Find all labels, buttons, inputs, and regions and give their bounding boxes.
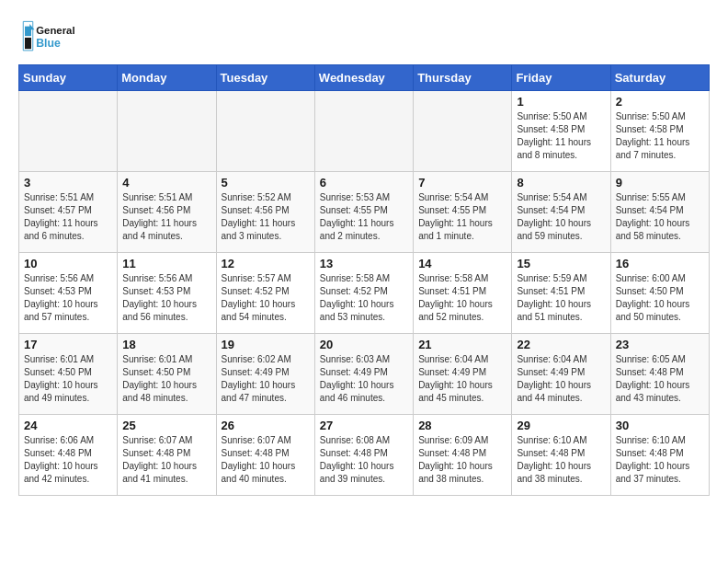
cell-content: Sunrise: 5:59 AM Sunset: 4:51 PM Dayligh… bbox=[517, 272, 605, 324]
cell-content: Sunrise: 6:10 AM Sunset: 4:48 PM Dayligh… bbox=[517, 434, 605, 486]
calendar-cell: 28Sunrise: 6:09 AM Sunset: 4:48 PM Dayli… bbox=[414, 415, 512, 496]
day-number: 8 bbox=[517, 176, 605, 190]
calendar-cell: 1Sunrise: 5:50 AM Sunset: 4:58 PM Daylig… bbox=[512, 91, 610, 172]
cell-content: Sunrise: 5:54 AM Sunset: 4:55 PM Dayligh… bbox=[418, 191, 506, 243]
calendar-week-row: 24Sunrise: 6:06 AM Sunset: 4:48 PM Dayli… bbox=[19, 415, 710, 496]
calendar-week-row: 3Sunrise: 5:51 AM Sunset: 4:57 PM Daylig… bbox=[19, 172, 710, 253]
calendar-cell: 27Sunrise: 6:08 AM Sunset: 4:48 PM Dayli… bbox=[314, 415, 413, 496]
cell-content: Sunrise: 5:51 AM Sunset: 4:57 PM Dayligh… bbox=[24, 191, 112, 243]
calendar-cell: 9Sunrise: 5:55 AM Sunset: 4:54 PM Daylig… bbox=[610, 172, 709, 253]
day-number: 13 bbox=[320, 257, 408, 270]
day-number: 20 bbox=[320, 338, 408, 351]
cell-content: Sunrise: 5:58 AM Sunset: 4:51 PM Dayligh… bbox=[418, 272, 506, 324]
cell-content: Sunrise: 6:04 AM Sunset: 4:49 PM Dayligh… bbox=[418, 353, 506, 405]
logo: General Blue bbox=[18, 18, 83, 55]
day-number: 22 bbox=[517, 338, 605, 351]
calendar-cell bbox=[414, 91, 512, 172]
day-number: 3 bbox=[24, 176, 112, 190]
cell-content: Sunrise: 5:51 AM Sunset: 4:56 PM Dayligh… bbox=[122, 191, 210, 243]
cell-content: Sunrise: 6:08 AM Sunset: 4:48 PM Dayligh… bbox=[320, 434, 408, 486]
calendar-cell bbox=[216, 91, 314, 172]
day-number: 4 bbox=[122, 176, 210, 190]
calendar-cell bbox=[118, 91, 216, 172]
logo-svg: General Blue bbox=[18, 18, 83, 55]
svg-text:General: General bbox=[36, 25, 74, 36]
calendar-cell: 12Sunrise: 5:57 AM Sunset: 4:52 PM Dayli… bbox=[216, 253, 314, 334]
day-number: 21 bbox=[418, 338, 506, 351]
day-number: 1 bbox=[517, 95, 605, 109]
calendar-header-saturday: Saturday bbox=[610, 65, 709, 91]
calendar-cell: 11Sunrise: 5:56 AM Sunset: 4:53 PM Dayli… bbox=[118, 253, 216, 334]
calendar-week-row: 17Sunrise: 6:01 AM Sunset: 4:50 PM Dayli… bbox=[19, 334, 710, 415]
calendar-header-sunday: Sunday bbox=[19, 65, 118, 91]
cell-content: Sunrise: 5:52 AM Sunset: 4:56 PM Dayligh… bbox=[222, 191, 310, 243]
day-number: 12 bbox=[222, 257, 310, 270]
calendar-week-row: 1Sunrise: 5:50 AM Sunset: 4:58 PM Daylig… bbox=[19, 91, 710, 172]
calendar-cell: 2Sunrise: 5:50 AM Sunset: 4:58 PM Daylig… bbox=[610, 91, 709, 172]
calendar-cell bbox=[19, 91, 118, 172]
cell-content: Sunrise: 6:04 AM Sunset: 4:49 PM Dayligh… bbox=[517, 353, 605, 405]
cell-content: Sunrise: 6:01 AM Sunset: 4:50 PM Dayligh… bbox=[122, 353, 210, 405]
day-number: 6 bbox=[320, 176, 408, 190]
calendar-cell: 8Sunrise: 5:54 AM Sunset: 4:54 PM Daylig… bbox=[512, 172, 610, 253]
calendar-header-monday: Monday bbox=[118, 65, 216, 91]
calendar-cell: 19Sunrise: 6:02 AM Sunset: 4:49 PM Dayli… bbox=[216, 334, 314, 415]
svg-marker-5 bbox=[29, 24, 34, 29]
calendar-table: SundayMondayTuesdayWednesdayThursdayFrid… bbox=[18, 64, 710, 496]
calendar-week-row: 10Sunrise: 5:56 AM Sunset: 4:53 PM Dayli… bbox=[19, 253, 710, 334]
cell-content: Sunrise: 6:03 AM Sunset: 4:49 PM Dayligh… bbox=[320, 353, 408, 405]
svg-marker-4 bbox=[25, 38, 31, 49]
calendar-cell: 29Sunrise: 6:10 AM Sunset: 4:48 PM Dayli… bbox=[512, 415, 610, 496]
calendar-cell: 24Sunrise: 6:06 AM Sunset: 4:48 PM Dayli… bbox=[19, 415, 118, 496]
calendar-header-tuesday: Tuesday bbox=[216, 65, 314, 91]
calendar-cell: 13Sunrise: 5:58 AM Sunset: 4:52 PM Dayli… bbox=[314, 253, 413, 334]
cell-content: Sunrise: 6:07 AM Sunset: 4:48 PM Dayligh… bbox=[222, 434, 310, 486]
calendar-cell: 22Sunrise: 6:04 AM Sunset: 4:49 PM Dayli… bbox=[512, 334, 610, 415]
day-number: 27 bbox=[320, 419, 408, 432]
cell-content: Sunrise: 6:10 AM Sunset: 4:48 PM Dayligh… bbox=[616, 434, 704, 486]
calendar-cell: 23Sunrise: 6:05 AM Sunset: 4:48 PM Dayli… bbox=[610, 334, 709, 415]
calendar-cell: 30Sunrise: 6:10 AM Sunset: 4:48 PM Dayli… bbox=[610, 415, 709, 496]
day-number: 7 bbox=[418, 176, 506, 190]
page-header: General Blue bbox=[18, 18, 710, 55]
day-number: 11 bbox=[122, 257, 210, 270]
day-number: 24 bbox=[24, 419, 112, 432]
day-number: 5 bbox=[222, 176, 310, 190]
calendar-cell: 26Sunrise: 6:07 AM Sunset: 4:48 PM Dayli… bbox=[216, 415, 314, 496]
calendar-cell: 7Sunrise: 5:54 AM Sunset: 4:55 PM Daylig… bbox=[414, 172, 512, 253]
calendar-cell bbox=[314, 91, 413, 172]
cell-content: Sunrise: 5:54 AM Sunset: 4:54 PM Dayligh… bbox=[517, 191, 605, 243]
cell-content: Sunrise: 5:56 AM Sunset: 4:53 PM Dayligh… bbox=[122, 272, 210, 324]
calendar-cell: 20Sunrise: 6:03 AM Sunset: 4:49 PM Dayli… bbox=[314, 334, 413, 415]
calendar-cell: 3Sunrise: 5:51 AM Sunset: 4:57 PM Daylig… bbox=[19, 172, 118, 253]
calendar-cell: 25Sunrise: 6:07 AM Sunset: 4:48 PM Dayli… bbox=[118, 415, 216, 496]
cell-content: Sunrise: 5:50 AM Sunset: 4:58 PM Dayligh… bbox=[517, 110, 605, 162]
cell-content: Sunrise: 6:06 AM Sunset: 4:48 PM Dayligh… bbox=[24, 434, 112, 486]
cell-content: Sunrise: 6:02 AM Sunset: 4:49 PM Dayligh… bbox=[222, 353, 310, 405]
calendar-cell: 6Sunrise: 5:53 AM Sunset: 4:55 PM Daylig… bbox=[314, 172, 413, 253]
cell-content: Sunrise: 5:56 AM Sunset: 4:53 PM Dayligh… bbox=[24, 272, 112, 324]
day-number: 16 bbox=[616, 257, 704, 270]
day-number: 15 bbox=[517, 257, 605, 270]
day-number: 9 bbox=[616, 176, 704, 190]
calendar-cell: 5Sunrise: 5:52 AM Sunset: 4:56 PM Daylig… bbox=[216, 172, 314, 253]
calendar-header-thursday: Thursday bbox=[414, 65, 512, 91]
cell-content: Sunrise: 5:53 AM Sunset: 4:55 PM Dayligh… bbox=[320, 191, 408, 243]
cell-content: Sunrise: 5:57 AM Sunset: 4:52 PM Dayligh… bbox=[222, 272, 310, 324]
calendar-cell: 16Sunrise: 6:00 AM Sunset: 4:50 PM Dayli… bbox=[610, 253, 709, 334]
day-number: 30 bbox=[616, 419, 704, 432]
day-number: 29 bbox=[517, 419, 605, 432]
calendar-header-wednesday: Wednesday bbox=[314, 65, 413, 91]
calendar-cell: 15Sunrise: 5:59 AM Sunset: 4:51 PM Dayli… bbox=[512, 253, 610, 334]
calendar-cell: 18Sunrise: 6:01 AM Sunset: 4:50 PM Dayli… bbox=[118, 334, 216, 415]
day-number: 23 bbox=[616, 338, 704, 351]
cell-content: Sunrise: 6:01 AM Sunset: 4:50 PM Dayligh… bbox=[24, 353, 112, 405]
day-number: 28 bbox=[418, 419, 506, 432]
calendar-cell: 17Sunrise: 6:01 AM Sunset: 4:50 PM Dayli… bbox=[19, 334, 118, 415]
calendar-header-row: SundayMondayTuesdayWednesdayThursdayFrid… bbox=[19, 65, 710, 91]
cell-content: Sunrise: 6:00 AM Sunset: 4:50 PM Dayligh… bbox=[616, 272, 704, 324]
day-number: 17 bbox=[24, 338, 112, 351]
calendar-cell: 4Sunrise: 5:51 AM Sunset: 4:56 PM Daylig… bbox=[118, 172, 216, 253]
cell-content: Sunrise: 6:09 AM Sunset: 4:48 PM Dayligh… bbox=[418, 434, 506, 486]
day-number: 10 bbox=[24, 257, 112, 270]
